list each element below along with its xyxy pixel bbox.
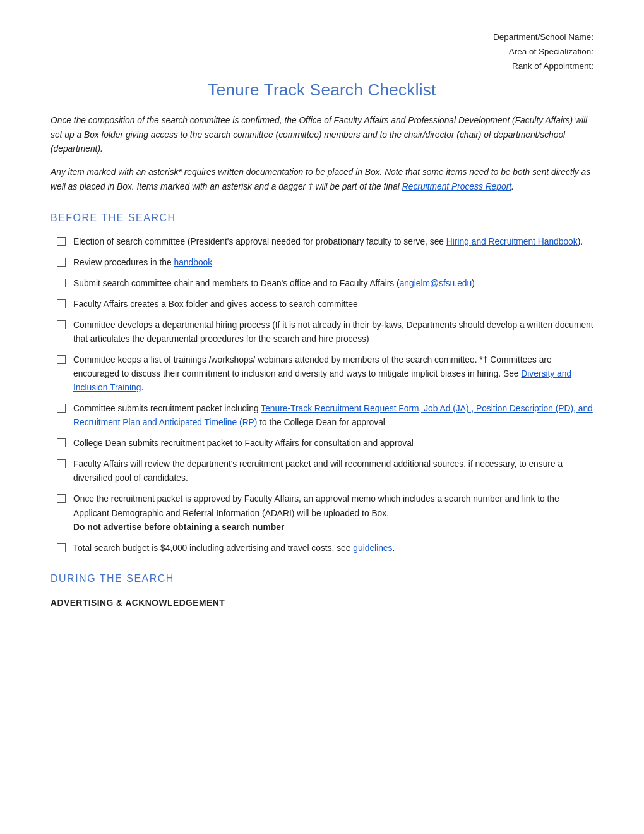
list-item: Committee keeps a list of trainings /wor… [57,353,593,395]
item-text-8: College Dean submits recruitment packet … [73,437,593,450]
item-text-10: Once the recruitment packet is approved … [73,492,593,534]
item-text-4: Faculty Affairs creates a Box folder and… [73,298,593,311]
do-not-advertise-notice: Do not advertise before obtaining a sear… [73,523,284,532]
handbook-link[interactable]: handbook [174,258,213,267]
page-title: Tenure Track Search Checklist [51,80,593,100]
list-item: Once the recruitment packet is approved … [57,492,593,534]
section-heading-before: BEFORE THE SEARCH [51,212,593,224]
intro-paragraph-1: Once the composition of the search commi… [51,114,593,157]
checkbox-10[interactable] [57,494,66,503]
checkbox-4[interactable] [57,299,66,308]
before-checklist: Election of search committee (President'… [51,235,593,555]
email-link[interactable]: angielm@sfsu.edu [400,279,472,288]
list-item: Submit search committee chair and member… [57,277,593,291]
item-text-7: Committee submits recruitment packet inc… [73,402,593,430]
diversity-training-link[interactable]: Diversity and Inclusion Training [73,369,571,392]
intro-block: Once the composition of the search commi… [51,114,593,195]
list-item: Committee develops a departmental hiring… [57,318,593,346]
department-label: Department/School Name: [51,30,593,45]
hiring-handbook-link[interactable]: Hiring and Recruitment Handbook [446,237,578,246]
intro-paragraph-2: Any item marked with an asterisk* requir… [51,166,593,195]
checkbox-6[interactable] [57,355,66,364]
checkbox-11[interactable] [57,543,66,552]
guidelines-link[interactable]: guidelines [353,543,392,553]
subsection-advertising: ADVERTISING & ACKNOWLEDGEMENT [51,598,593,608]
checkbox-3[interactable] [57,279,66,287]
checkbox-7[interactable] [57,404,66,413]
item-text-6: Committee keeps a list of trainings /wor… [73,353,593,395]
intro-p2-post: . [511,182,514,191]
list-item: College Dean submits recruitment packet … [57,437,593,450]
recruitment-request-link[interactable]: Tenure-Track Recruitment Request Form, J… [73,404,593,427]
item-text-3: Submit search committee chair and member… [73,277,593,291]
item-text-9: Faculty Affairs will review the departme… [73,457,593,485]
item-text-11: Total search budget is $4,000 including … [73,541,593,555]
list-item: Review procedures in the handbook [57,256,593,270]
item-text-1: Election of search committee (President'… [73,235,593,249]
rank-label: Rank of Appointment: [51,59,593,74]
checkbox-9[interactable] [57,459,66,468]
item-text-5: Committee develops a departmental hiring… [73,318,593,346]
checkbox-8[interactable] [57,438,66,447]
list-item: Faculty Affairs creates a Box folder and… [57,298,593,311]
item-text-2: Review procedures in the handbook [73,256,593,270]
area-label: Area of Specialization: [51,45,593,59]
page: Department/School Name: Area of Speciali… [0,0,644,834]
list-item: Committee submits recruitment packet inc… [57,402,593,430]
checkbox-5[interactable] [57,320,66,329]
section-heading-during: DURING THE SEARCH [51,573,593,584]
header-info: Department/School Name: Area of Speciali… [51,30,593,74]
list-item: Election of search committee (President'… [57,235,593,249]
list-item: Faculty Affairs will review the departme… [57,457,593,485]
checkbox-2[interactable] [57,258,66,267]
recruitment-process-report-link[interactable]: Recruitment Process Report [402,182,511,191]
list-item: Total search budget is $4,000 including … [57,541,593,555]
checkbox-1[interactable] [57,237,66,246]
